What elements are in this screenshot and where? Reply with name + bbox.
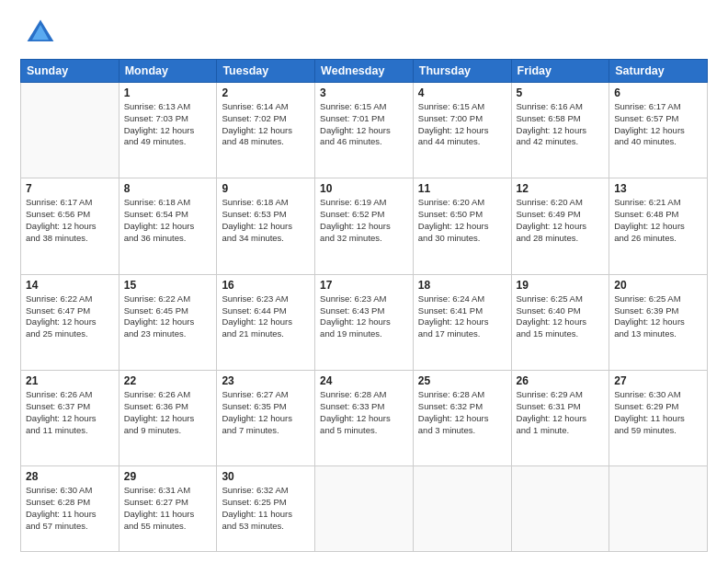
- day-info: Sunrise: 6:27 AM Sunset: 6:35 PM Dayligh…: [222, 389, 310, 436]
- day-info: Sunrise: 6:30 AM Sunset: 6:28 PM Dayligh…: [26, 485, 114, 532]
- weekday-header-friday: Friday: [511, 60, 609, 83]
- calendar-cell: 13Sunrise: 6:21 AM Sunset: 6:48 PM Dayli…: [609, 178, 708, 274]
- calendar-cell: 22Sunrise: 6:26 AM Sunset: 6:36 PM Dayli…: [119, 371, 217, 466]
- day-number: 11: [418, 182, 506, 195]
- day-info: Sunrise: 6:22 AM Sunset: 6:45 PM Dayligh…: [124, 293, 212, 340]
- day-info: Sunrise: 6:25 AM Sunset: 6:39 PM Dayligh…: [614, 293, 702, 340]
- calendar-cell: 8Sunrise: 6:18 AM Sunset: 6:54 PM Daylig…: [119, 178, 217, 274]
- day-info: Sunrise: 6:29 AM Sunset: 6:31 PM Dayligh…: [517, 389, 605, 436]
- calendar-cell: 30Sunrise: 6:32 AM Sunset: 6:25 PM Dayli…: [217, 466, 315, 552]
- day-info: Sunrise: 6:23 AM Sunset: 6:43 PM Dayligh…: [320, 293, 408, 340]
- calendar-cell: 6Sunrise: 6:17 AM Sunset: 6:57 PM Daylig…: [609, 83, 708, 178]
- day-number: 5: [517, 86, 605, 99]
- week-row-3: 21Sunrise: 6:26 AM Sunset: 6:37 PM Dayli…: [21, 371, 708, 466]
- day-info: Sunrise: 6:28 AM Sunset: 6:32 PM Dayligh…: [418, 389, 506, 436]
- day-info: Sunrise: 6:14 AM Sunset: 7:02 PM Dayligh…: [222, 101, 310, 148]
- day-info: Sunrise: 6:15 AM Sunset: 7:01 PM Dayligh…: [320, 101, 408, 148]
- day-info: Sunrise: 6:19 AM Sunset: 6:52 PM Dayligh…: [320, 197, 408, 244]
- day-number: 20: [614, 279, 702, 292]
- day-number: 12: [517, 182, 605, 195]
- calendar-cell: 19Sunrise: 6:25 AM Sunset: 6:40 PM Dayli…: [511, 274, 609, 370]
- day-info: Sunrise: 6:13 AM Sunset: 7:03 PM Dayligh…: [124, 101, 212, 148]
- calendar-cell: 20Sunrise: 6:25 AM Sunset: 6:39 PM Dayli…: [609, 274, 708, 370]
- calendar-cell: 11Sunrise: 6:20 AM Sunset: 6:50 PM Dayli…: [413, 178, 511, 274]
- calendar-cell: 29Sunrise: 6:31 AM Sunset: 6:27 PM Dayli…: [119, 466, 217, 552]
- calendar-cell: 21Sunrise: 6:26 AM Sunset: 6:37 PM Dayli…: [21, 371, 119, 466]
- page: SundayMondayTuesdayWednesdayThursdayFrid…: [0, 0, 728, 563]
- day-number: 8: [124, 182, 212, 195]
- day-number: 30: [222, 470, 310, 483]
- logo-icon: [24, 17, 57, 50]
- calendar-cell: [609, 466, 708, 552]
- weekday-header-wednesday: Wednesday: [315, 60, 414, 83]
- day-info: Sunrise: 6:24 AM Sunset: 6:41 PM Dayligh…: [418, 293, 506, 340]
- day-info: Sunrise: 6:26 AM Sunset: 6:36 PM Dayligh…: [124, 389, 212, 436]
- calendar-cell: 9Sunrise: 6:18 AM Sunset: 6:53 PM Daylig…: [217, 178, 315, 274]
- calendar-cell: 25Sunrise: 6:28 AM Sunset: 6:32 PM Dayli…: [413, 371, 511, 466]
- calendar-cell: [413, 466, 511, 552]
- day-number: 1: [124, 86, 212, 99]
- day-info: Sunrise: 6:16 AM Sunset: 6:58 PM Dayligh…: [517, 101, 605, 148]
- calendar-cell: 2Sunrise: 6:14 AM Sunset: 7:02 PM Daylig…: [217, 83, 315, 178]
- day-info: Sunrise: 6:21 AM Sunset: 6:48 PM Dayligh…: [614, 197, 702, 244]
- day-number: 24: [320, 374, 408, 387]
- day-info: Sunrise: 6:31 AM Sunset: 6:27 PM Dayligh…: [124, 485, 212, 532]
- day-number: 17: [320, 279, 408, 292]
- day-info: Sunrise: 6:25 AM Sunset: 6:40 PM Dayligh…: [517, 293, 605, 340]
- calendar-cell: 26Sunrise: 6:29 AM Sunset: 6:31 PM Dayli…: [511, 371, 609, 466]
- week-row-1: 7Sunrise: 6:17 AM Sunset: 6:56 PM Daylig…: [21, 178, 708, 274]
- logo: [20, 17, 57, 50]
- day-info: Sunrise: 6:23 AM Sunset: 6:44 PM Dayligh…: [222, 293, 310, 340]
- calendar-cell: 10Sunrise: 6:19 AM Sunset: 6:52 PM Dayli…: [315, 178, 414, 274]
- day-info: Sunrise: 6:30 AM Sunset: 6:29 PM Dayligh…: [614, 389, 702, 436]
- day-info: Sunrise: 6:28 AM Sunset: 6:33 PM Dayligh…: [320, 389, 408, 436]
- day-number: 19: [517, 279, 605, 292]
- day-info: Sunrise: 6:32 AM Sunset: 6:25 PM Dayligh…: [222, 485, 310, 532]
- calendar-cell: [21, 83, 119, 178]
- week-row-2: 14Sunrise: 6:22 AM Sunset: 6:47 PM Dayli…: [21, 274, 708, 370]
- weekday-header-row: SundayMondayTuesdayWednesdayThursdayFrid…: [21, 60, 708, 83]
- day-info: Sunrise: 6:22 AM Sunset: 6:47 PM Dayligh…: [26, 293, 114, 340]
- header: [20, 17, 708, 50]
- calendar-cell: 1Sunrise: 6:13 AM Sunset: 7:03 PM Daylig…: [119, 83, 217, 178]
- day-number: 4: [418, 86, 506, 99]
- weekday-header-thursday: Thursday: [413, 60, 511, 83]
- day-number: 9: [222, 182, 310, 195]
- day-number: 23: [222, 374, 310, 387]
- week-row-4: 28Sunrise: 6:30 AM Sunset: 6:28 PM Dayli…: [21, 466, 708, 552]
- day-number: 10: [320, 182, 408, 195]
- calendar-cell: 16Sunrise: 6:23 AM Sunset: 6:44 PM Dayli…: [217, 274, 315, 370]
- calendar-table: SundayMondayTuesdayWednesdayThursdayFrid…: [20, 59, 708, 552]
- day-info: Sunrise: 6:20 AM Sunset: 6:49 PM Dayligh…: [517, 197, 605, 244]
- weekday-header-monday: Monday: [119, 60, 217, 83]
- day-number: 14: [26, 279, 114, 292]
- calendar-cell: 4Sunrise: 6:15 AM Sunset: 7:00 PM Daylig…: [413, 83, 511, 178]
- day-number: 28: [26, 470, 114, 483]
- day-info: Sunrise: 6:17 AM Sunset: 6:57 PM Dayligh…: [614, 101, 702, 148]
- weekday-header-tuesday: Tuesday: [217, 60, 315, 83]
- calendar-cell: 27Sunrise: 6:30 AM Sunset: 6:29 PM Dayli…: [609, 371, 708, 466]
- day-number: 16: [222, 279, 310, 292]
- day-number: 21: [26, 374, 114, 387]
- day-info: Sunrise: 6:26 AM Sunset: 6:37 PM Dayligh…: [26, 389, 114, 436]
- calendar-cell: [511, 466, 609, 552]
- calendar-cell: 12Sunrise: 6:20 AM Sunset: 6:49 PM Dayli…: [511, 178, 609, 274]
- day-info: Sunrise: 6:17 AM Sunset: 6:56 PM Dayligh…: [26, 197, 114, 244]
- day-info: Sunrise: 6:18 AM Sunset: 6:53 PM Dayligh…: [222, 197, 310, 244]
- day-info: Sunrise: 6:20 AM Sunset: 6:50 PM Dayligh…: [418, 197, 506, 244]
- day-number: 22: [124, 374, 212, 387]
- day-number: 27: [614, 374, 702, 387]
- calendar-cell: [315, 466, 414, 552]
- day-number: 25: [418, 374, 506, 387]
- calendar-cell: 3Sunrise: 6:15 AM Sunset: 7:01 PM Daylig…: [315, 83, 414, 178]
- day-number: 7: [26, 182, 114, 195]
- calendar-cell: 18Sunrise: 6:24 AM Sunset: 6:41 PM Dayli…: [413, 274, 511, 370]
- day-info: Sunrise: 6:15 AM Sunset: 7:00 PM Dayligh…: [418, 101, 506, 148]
- calendar-cell: 5Sunrise: 6:16 AM Sunset: 6:58 PM Daylig…: [511, 83, 609, 178]
- calendar-cell: 14Sunrise: 6:22 AM Sunset: 6:47 PM Dayli…: [21, 274, 119, 370]
- day-info: Sunrise: 6:18 AM Sunset: 6:54 PM Dayligh…: [124, 197, 212, 244]
- day-number: 13: [614, 182, 702, 195]
- calendar-cell: 23Sunrise: 6:27 AM Sunset: 6:35 PM Dayli…: [217, 371, 315, 466]
- day-number: 3: [320, 86, 408, 99]
- weekday-header-sunday: Sunday: [21, 60, 119, 83]
